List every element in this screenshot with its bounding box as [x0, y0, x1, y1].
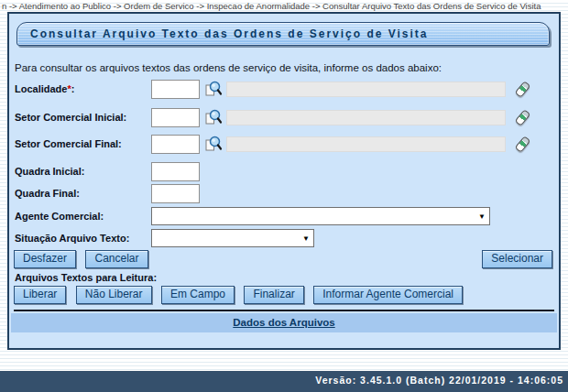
chevron-down-icon: ▼	[302, 234, 310, 244]
dados-arquivos-header-text: Dados dos Arquivos	[233, 317, 334, 328]
localidade-label-text: Localidade	[15, 83, 67, 94]
field-row-agente-comercial: Agente Comercial: ▼	[9, 207, 559, 227]
instruction-text: Para consultar os arquivos textos das or…	[15, 62, 442, 73]
field-row-localidade: Localidade*:	[9, 80, 559, 100]
page-title: Consultar Arquivo Texto das Ordens de Se…	[16, 22, 550, 46]
agente-comercial-label: Agente Comercial:	[15, 211, 104, 222]
field-row-quadra-inicial: Quadra Inicial:	[9, 162, 559, 182]
setor-inicial-clear-button[interactable]	[511, 105, 533, 127]
selecionar-button[interactable]: Selecionar	[482, 250, 552, 268]
setor-inicial-label-text: Setor Comercial Inicial	[15, 112, 124, 123]
chevron-down-icon: ▼	[478, 212, 486, 222]
finalizar-button[interactable]: Finalizar	[244, 286, 303, 304]
situacao-arquivo-label: Situação Arquivo Texto:	[15, 233, 129, 244]
breadcrumb: n -> Atendimento ao Publico -> Ordem de …	[2, 1, 541, 11]
field-row-setor-inicial: Setor Comercial Inicial:	[9, 108, 559, 128]
informar-agente-comercial-button[interactable]: Informar Agente Comercial	[313, 286, 463, 304]
eraser-icon	[514, 136, 530, 153]
situacao-arquivo-select[interactable]: ▼	[151, 229, 314, 247]
search-magnifier-icon	[203, 108, 223, 127]
setor-final-code-input[interactable]	[151, 135, 200, 154]
version-text: Versão: 3.45.1.0 (Batch) 22/01/2019 - 14…	[315, 375, 563, 386]
quadra-inicial-input[interactable]	[151, 162, 200, 181]
setor-final-label-text: Setor Comercial Final	[15, 138, 118, 149]
section-divider	[14, 310, 554, 311]
localidade-search-button[interactable]	[203, 80, 223, 99]
localidade-code-input[interactable]	[151, 80, 200, 99]
setor-final-search-button[interactable]	[203, 135, 223, 154]
nao-liberar-button[interactable]: Não Liberar	[76, 286, 152, 304]
field-row-setor-final: Setor Comercial Final:	[9, 135, 559, 155]
liberar-button[interactable]: Liberar	[14, 286, 66, 304]
quadra-final-input[interactable]	[151, 184, 200, 203]
em-campo-button[interactable]: Em Campo	[161, 286, 235, 304]
setor-final-label: Setor Comercial Final:	[15, 138, 122, 149]
main-panel: Consultar Arquivo Texto das Ordens de Se…	[7, 12, 561, 350]
setor-inicial-description-field	[226, 110, 506, 125]
setor-final-description-field	[226, 136, 506, 152]
field-row-quadra-final: Quadra Final:	[9, 184, 559, 204]
arquivos-leitura-label: Arquivos Textos para Leitura:	[15, 272, 157, 283]
dados-arquivos-section-header: Dados dos Arquivos	[11, 313, 557, 332]
setor-inicial-search-button[interactable]	[203, 108, 223, 127]
setor-final-clear-button[interactable]	[511, 132, 533, 154]
cancelar-button[interactable]: Cancelar	[85, 250, 147, 268]
field-row-situacao-arquivo: Situação Arquivo Texto: ▼	[9, 229, 559, 249]
eraser-icon	[514, 109, 530, 126]
label-colon: :	[71, 83, 75, 94]
setor-inicial-code-input[interactable]	[151, 108, 200, 127]
localidade-clear-button[interactable]	[511, 77, 533, 99]
setor-inicial-label: Setor Comercial Inicial:	[15, 112, 126, 123]
label-colon: :	[118, 138, 122, 149]
search-magnifier-icon	[203, 135, 223, 154]
label-colon: :	[124, 112, 127, 123]
agente-comercial-select[interactable]: ▼	[151, 207, 490, 225]
localidade-description-field	[226, 82, 506, 97]
actions-row: Desfazer Cancelar Selecionar	[14, 250, 552, 269]
leitura-actions-row: Liberar Não Liberar Em Campo Finalizar I…	[14, 286, 468, 305]
desfazer-button[interactable]: Desfazer	[14, 250, 76, 268]
version-footer-bar: Versão: 3.45.1.0 (Batch) 22/01/2019 - 14…	[0, 371, 568, 392]
search-magnifier-icon	[203, 80, 223, 99]
quadra-final-label: Quadra Final:	[15, 188, 80, 199]
quadra-inicial-label: Quadra Inicial:	[15, 166, 84, 177]
eraser-icon	[514, 81, 530, 98]
localidade-label: Localidade*:	[15, 83, 74, 94]
